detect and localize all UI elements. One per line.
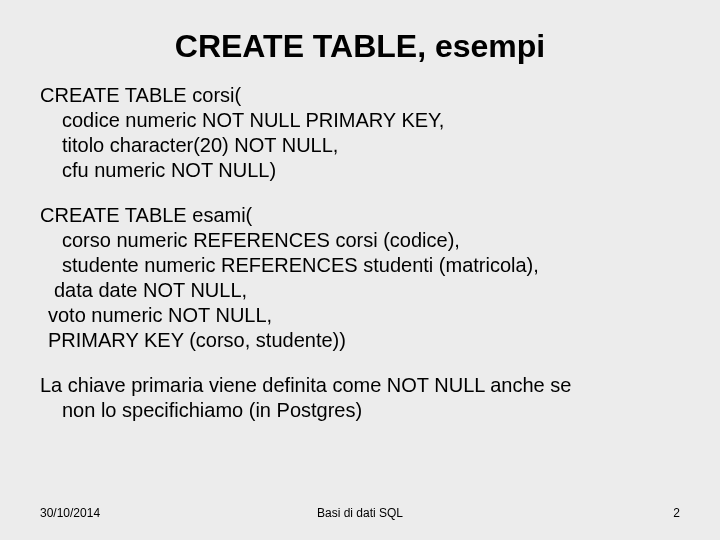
code-line: data date NOT NULL, [40, 278, 690, 303]
code-line: PRIMARY KEY (corso, studente)) [40, 328, 690, 353]
code-line: codice numeric NOT NULL PRIMARY KEY, [40, 108, 690, 133]
code-line: cfu numeric NOT NULL) [40, 158, 690, 183]
slide: CREATE TABLE, esempi CREATE TABLE corsi(… [0, 0, 720, 540]
code-line: CREATE TABLE esami( [40, 203, 690, 228]
note-line: non lo specifichiamo (in Postgres) [40, 398, 690, 423]
slide-body: CREATE TABLE corsi( codice numeric NOT N… [0, 83, 720, 423]
code-line: titolo character(20) NOT NULL, [40, 133, 690, 158]
code-line: studente numeric REFERENCES studenti (ma… [40, 253, 690, 278]
code-block-corsi: CREATE TABLE corsi( codice numeric NOT N… [40, 83, 690, 183]
code-block-esami: CREATE TABLE esami( corso numeric REFERE… [40, 203, 690, 353]
footer-page-number: 2 [673, 506, 680, 520]
note-line: La chiave primaria viene definita come N… [40, 373, 690, 398]
code-line: voto numeric NOT NULL, [40, 303, 690, 328]
note-text: La chiave primaria viene definita come N… [40, 373, 690, 423]
code-line: CREATE TABLE corsi( [40, 83, 690, 108]
code-line: corso numeric REFERENCES corsi (codice), [40, 228, 690, 253]
slide-title: CREATE TABLE, esempi [0, 0, 720, 83]
footer-center: Basi di dati SQL [0, 506, 720, 520]
